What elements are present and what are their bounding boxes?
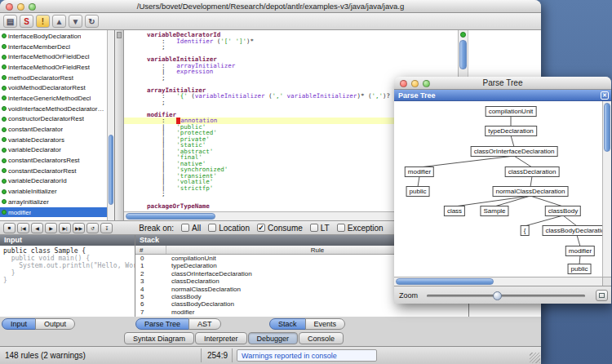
check-syntax-icon[interactable]: S bbox=[20, 15, 33, 28]
parse-tree-vscrollbar[interactable] bbox=[602, 101, 611, 277]
break-on-lt-checkbox[interactable]: LT bbox=[310, 224, 330, 233]
close-button[interactable] bbox=[400, 80, 407, 87]
rules-list-item[interactable]: variableDeclarator bbox=[0, 145, 107, 156]
token: ',' bbox=[273, 92, 284, 100]
close-panel-icon[interactable]: ✕ bbox=[601, 91, 609, 100]
tree-node-classDeclaration[interactable]: classDeclaration bbox=[505, 166, 560, 177]
zoom-slider-thumb[interactable] bbox=[493, 291, 502, 300]
console-window-icon[interactable]: ▤ bbox=[3, 15, 17, 28]
zoom-slider[interactable] bbox=[427, 295, 585, 297]
minimize-button[interactable] bbox=[17, 3, 24, 11]
rules-list-item[interactable]: interfaceMethodOrFieldRest bbox=[0, 62, 107, 73]
rule-ok-icon bbox=[2, 137, 7, 142]
input-code[interactable]: public class Sample { public void main()… bbox=[0, 246, 135, 284]
view-tab-stack[interactable]: Stack bbox=[269, 318, 306, 330]
rules-list-item[interactable]: interfaceGenericMethodDecl bbox=[0, 93, 107, 104]
tree-node-modifier[interactable]: modifier bbox=[565, 246, 595, 256]
tree-node-public[interactable]: public bbox=[568, 264, 592, 274]
break-on-location-checkbox[interactable]: Location bbox=[208, 224, 250, 233]
zoom-label: Zoom bbox=[399, 286, 418, 304]
token: )* bbox=[246, 38, 254, 45]
resize-grip[interactable] bbox=[530, 353, 540, 363]
tab-debugger[interactable]: Debugger bbox=[248, 332, 299, 344]
close-button[interactable] bbox=[6, 3, 13, 11]
rules-list-item[interactable]: modifier bbox=[0, 207, 107, 218]
tree-node-normalClassDeclaration[interactable]: normalClassDeclaration bbox=[493, 186, 569, 197]
tree-node-class[interactable]: class bbox=[444, 206, 465, 216]
split-collapse-handle[interactable] bbox=[117, 32, 122, 38]
goto-start-button[interactable]: |◀ bbox=[17, 223, 29, 233]
rules-list-item[interactable]: voidMethodDeclaratorRest bbox=[0, 82, 107, 93]
parse-tree-hscrollbar-thumb[interactable] bbox=[396, 278, 494, 285]
fast-forward-button[interactable]: ▶| bbox=[59, 223, 71, 233]
step-over-button[interactable]: ↧ bbox=[100, 223, 113, 233]
goto-end-button[interactable]: ▶▶ bbox=[73, 223, 85, 233]
rules-list-item[interactable]: interfaceBodyDeclaration bbox=[0, 31, 107, 42]
rule-ok-icon bbox=[2, 148, 7, 153]
rules-list-item[interactable]: methodDeclaratorRest bbox=[0, 73, 107, 83]
parse-tree-canvas[interactable]: compilationUnittypeDeclarationclassOrInt… bbox=[394, 101, 602, 277]
restart-button[interactable]: ↺ bbox=[86, 223, 99, 233]
rules-scrollbar-thumb[interactable] bbox=[109, 135, 113, 205]
rules-list-item[interactable]: interfaceMethodOrFieldDecl bbox=[0, 51, 107, 62]
view-tab-ast[interactable]: AST bbox=[188, 318, 221, 330]
rules-scrollbar[interactable] bbox=[107, 30, 114, 220]
rules-list-item[interactable]: constructorDeclaratorRest bbox=[0, 114, 107, 125]
tree-node-compilationUnit[interactable]: compilationUnit bbox=[486, 106, 537, 117]
stop-button[interactable]: ■ bbox=[3, 223, 16, 233]
step-back-button[interactable]: ◀ bbox=[31, 223, 43, 233]
stack-col-index[interactable]: # bbox=[135, 246, 166, 254]
rules-list-item[interactable]: variableDeclaratorId bbox=[0, 176, 107, 187]
parse-tree-titlebar[interactable]: Parse Tree bbox=[394, 77, 611, 90]
rule-name-label: constantDeclarator bbox=[8, 126, 63, 133]
view-tab-output[interactable]: Output bbox=[35, 318, 75, 330]
tree-node-modifier[interactable]: modifier bbox=[405, 166, 434, 177]
editor-hscrollbar-thumb[interactable] bbox=[126, 213, 215, 220]
step-forward-button[interactable]: ▶ bbox=[45, 223, 57, 233]
split-divider[interactable] bbox=[115, 30, 124, 220]
parse-tree-vscrollbar-thumb[interactable] bbox=[604, 103, 610, 152]
rules-list-item[interactable]: arrayInitializer bbox=[0, 197, 107, 207]
parse-tree-hscrollbar[interactable] bbox=[394, 277, 602, 286]
rule-name-label: interfaceMethodOrFieldRest bbox=[8, 64, 90, 71]
view-tab-input[interactable]: Input bbox=[2, 318, 36, 330]
editor-vscrollbar-thumb[interactable] bbox=[459, 40, 467, 69]
break-on-consume-checkbox[interactable]: ✓Consume bbox=[257, 224, 303, 233]
tab-console[interactable]: Console bbox=[299, 332, 344, 344]
token: '{' bbox=[176, 92, 188, 100]
tree-node-lbrace[interactable]: { bbox=[521, 225, 530, 236]
minimize-button[interactable] bbox=[411, 80, 419, 87]
tree-node-typeDeclaration[interactable]: typeDeclaration bbox=[485, 126, 537, 136]
rules-list-item[interactable]: constantDeclarator bbox=[0, 124, 107, 135]
tree-node-classBody[interactable]: classBody bbox=[545, 206, 581, 216]
tab-interpreter[interactable]: Interpreter bbox=[195, 332, 247, 344]
break-on-exception-checkbox[interactable]: Exception bbox=[337, 224, 384, 233]
tree-node-Sample[interactable]: Sample bbox=[480, 206, 508, 216]
rules-list-item[interactable]: constantDeclaratorRest bbox=[0, 166, 107, 176]
refresh-icon[interactable]: ↻ bbox=[85, 15, 99, 28]
break-on-all-checkbox[interactable]: All bbox=[181, 224, 201, 233]
rule-ok-icon bbox=[2, 127, 7, 132]
main-titlebar[interactable]: /Users/bovet/Development/Research/depot/… bbox=[0, 0, 541, 13]
rule-ok-icon bbox=[2, 44, 7, 49]
stack-row[interactable]: 7modifier bbox=[135, 309, 468, 316]
tab-syntax-diagram[interactable]: Syntax Diagram bbox=[124, 332, 194, 344]
ideas-icon[interactable]: ! bbox=[36, 15, 50, 28]
rules-list-item[interactable]: variableInitializer bbox=[0, 186, 107, 197]
sort-rules-up-icon[interactable]: ▲ bbox=[52, 15, 66, 28]
token: '[' bbox=[220, 38, 232, 45]
tree-node-public[interactable]: public bbox=[406, 186, 430, 197]
rules-list-item[interactable]: voidInterfaceMethodDeclaratorRest bbox=[0, 104, 107, 114]
zoom-button[interactable] bbox=[29, 3, 36, 11]
tree-node-classOrInterfaceDeclaration[interactable]: classOrInterfaceDeclaration bbox=[471, 146, 558, 157]
rules-list-item[interactable]: variableDeclarators bbox=[0, 135, 107, 145]
rules-list-item[interactable]: interfaceMemberDecl bbox=[0, 42, 107, 52]
export-tree-button[interactable] bbox=[596, 290, 608, 301]
view-tab-parse-tree[interactable]: Parse Tree bbox=[135, 318, 189, 330]
tree-node-classBodyDeclaration[interactable]: classBodyDeclaration bbox=[543, 225, 602, 236]
zoom-button[interactable] bbox=[423, 80, 430, 87]
rules-list-item[interactable]: constantDeclaratorsRest bbox=[0, 155, 107, 166]
checkbox-icon bbox=[310, 224, 318, 232]
sort-rules-down-icon[interactable]: ▼ bbox=[69, 15, 82, 28]
view-tab-events[interactable]: Events bbox=[305, 318, 346, 330]
